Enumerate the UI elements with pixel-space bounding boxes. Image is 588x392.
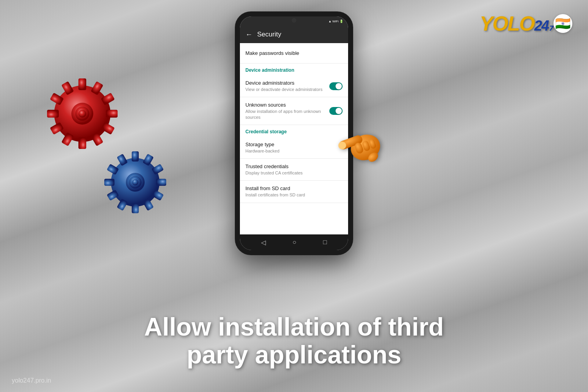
logo-247-label: 24 <box>534 18 548 34</box>
svg-rect-10 <box>47 110 59 118</box>
phone-device: ▲ WiFi 🔋 ← Security Make passwords visib… <box>235 12 353 255</box>
logo-lightning: ₇ <box>548 21 552 33</box>
storage-type-text: Storage type Hardware-backed <box>245 142 343 154</box>
svg-rect-4 <box>106 110 118 118</box>
settings-item-trusted-credentials[interactable]: Trusted credentials Display trusted CA c… <box>240 159 348 181</box>
unknown-sources-text: Unknown sources Allow installation of ap… <box>245 102 329 120</box>
device-admins-title: Device administrators <box>245 80 329 86</box>
storage-type-title: Storage type <box>245 142 343 147</box>
nav-recent-btn[interactable]: □ <box>323 239 327 246</box>
svg-rect-1 <box>78 78 86 90</box>
trusted-credentials-title: Trusted credentials <box>245 163 343 169</box>
unknown-sources-toggle[interactable] <box>329 107 343 115</box>
settings-list: Make passwords visible Device administra… <box>240 43 348 234</box>
logo-yolo-text: YOLO24₇ <box>480 12 552 35</box>
trusted-credentials-subtitle: Display trusted CA certificates <box>245 170 343 176</box>
logo-flag: 🇮🇳 <box>554 14 572 33</box>
svg-point-15 <box>78 110 86 118</box>
section-device-admin: Device administration <box>240 64 348 75</box>
flag-emoji: 🇮🇳 <box>555 16 571 31</box>
logo: YOLO24₇ 🇮🇳 <box>480 12 572 35</box>
settings-item-install-sd[interactable]: Install from SD card Install certificate… <box>240 181 348 203</box>
nav-back-btn[interactable]: ◁ <box>261 239 266 246</box>
nav-header: ← Security <box>240 26 348 43</box>
unknown-sources-title: Unknown sources <box>245 102 329 108</box>
svg-rect-23 <box>132 203 139 213</box>
passwords-title: Make passwords visible <box>245 50 343 56</box>
status-bar-icons: ▲ WiFi 🔋 <box>328 20 343 23</box>
svg-rect-7 <box>78 137 86 149</box>
phone-bottom-nav: ◁ ○ □ <box>240 234 348 250</box>
device-admins-subtitle: View or deactivate device administrators <box>245 87 329 92</box>
phone-camera <box>292 18 296 23</box>
device-admins-text: Device administrators View or deactivate… <box>245 80 329 92</box>
screen-title: Security <box>257 31 281 38</box>
logo-yolo-label: YOLO <box>480 12 534 35</box>
trusted-credentials-text: Trusted credentials Display trusted CA c… <box>245 163 343 176</box>
footer-url: yolo247.pro.in <box>12 377 51 384</box>
storage-type-subtitle: Hardware-backed <box>245 148 343 154</box>
device-admins-toggle[interactable] <box>329 82 343 90</box>
unknown-sources-subtitle: Allow installation of apps from unknown … <box>245 109 329 120</box>
svg-rect-20 <box>156 179 166 186</box>
svg-rect-17 <box>132 151 139 162</box>
install-sd-text: Install from SD card Install certificate… <box>245 185 343 198</box>
gear-blue <box>98 145 172 220</box>
title-line1: Allow installation of third <box>0 313 588 341</box>
install-sd-subtitle: Install certificates from SD card <box>245 192 343 198</box>
settings-item-passwords[interactable]: Make passwords visible <box>240 43 348 64</box>
settings-item-device-admins[interactable]: Device administrators View or deactivate… <box>240 75 348 97</box>
nav-home-btn[interactable]: ○ <box>292 239 296 246</box>
back-button[interactable]: ← <box>245 31 252 39</box>
svg-rect-26 <box>104 179 114 186</box>
svg-point-31 <box>132 179 138 185</box>
settings-item-storage-type[interactable]: Storage type Hardware-backed <box>240 137 348 159</box>
settings-item-unknown-sources[interactable]: Unknown sources Allow installation of ap… <box>240 97 348 125</box>
gear-red <box>39 71 125 157</box>
install-sd-title: Install from SD card <box>245 185 343 191</box>
title-line2: party applications <box>0 341 588 368</box>
gears-decoration <box>31 71 172 220</box>
settings-item-passwords-text: Make passwords visible <box>245 50 343 56</box>
bottom-title: Allow installation of third party applic… <box>0 313 588 368</box>
